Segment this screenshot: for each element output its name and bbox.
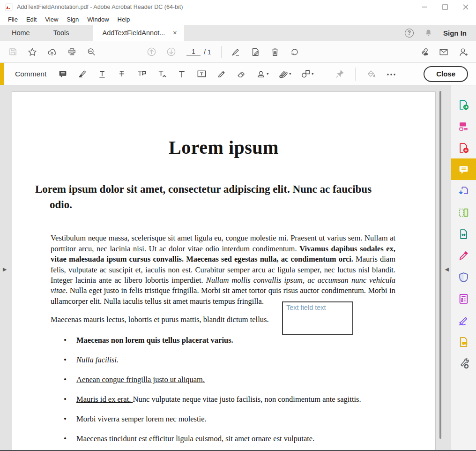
- help-icon[interactable]: [405, 29, 414, 38]
- share-link-button[interactable]: [414, 44, 434, 60]
- prepare-form-icon: [458, 293, 469, 305]
- sign-in-button[interactable]: Sign In: [443, 29, 467, 37]
- vertical-scrollbar[interactable]: [439, 91, 442, 439]
- erase-button[interactable]: [231, 65, 251, 83]
- ellipsis-icon: [386, 68, 397, 80]
- left-panel-toggle[interactable]: [1, 264, 8, 274]
- insert-text-button[interactable]: [152, 65, 172, 83]
- sidebar-prepare-form-button[interactable]: [451, 288, 476, 309]
- pin-button[interactable]: [330, 65, 350, 83]
- text-field-annotation[interactable]: Text field text: [282, 301, 353, 335]
- stamp-button[interactable]: [251, 65, 273, 83]
- right-panel-toggle[interactable]: [443, 264, 451, 274]
- page-total-label: / 1: [204, 48, 211, 56]
- maximize-button[interactable]: [435, 0, 455, 14]
- shield-icon: [458, 271, 469, 283]
- pencil-icon: [216, 69, 227, 79]
- sidebar-edit-pdf-button[interactable]: [451, 115, 476, 137]
- cloud-upload-icon: [47, 47, 57, 57]
- sidebar-compress-pdf-button[interactable]: [451, 223, 476, 245]
- underline-text-icon: [97, 69, 107, 79]
- list-item: Maecenas tincidunt est efficitur ligula …: [76, 434, 395, 444]
- fill-color-button[interactable]: [361, 65, 381, 83]
- fill-and-sign-button[interactable]: [245, 44, 265, 60]
- printer-icon: [67, 47, 77, 57]
- sidebar-request-signatures-button[interactable]: [451, 331, 476, 353]
- title-bar: AddTextFieldAnnotation.pdf - Adobe Acrob…: [0, 0, 476, 14]
- adobe-pdf-logo-icon: [5, 3, 13, 11]
- create-pdf-icon: [458, 142, 469, 154]
- menu-view[interactable]: View: [41, 15, 62, 24]
- wrench-add-icon: [458, 358, 469, 369]
- shapes-icon: [300, 68, 311, 79]
- strikethrough-text-button[interactable]: [112, 65, 132, 83]
- document-viewport: Lorem ipsum Lorem ipsum dolor sit amet, …: [0, 85, 451, 450]
- menu-edit[interactable]: Edit: [22, 15, 41, 24]
- sidebar-comment-button[interactable]: [451, 158, 476, 180]
- sidebar-export-pdf-button[interactable]: [451, 94, 476, 115]
- email-button[interactable]: [434, 44, 454, 60]
- share-button[interactable]: [42, 44, 62, 60]
- star-button[interactable]: [22, 44, 42, 60]
- sidebar-organize-pages-button[interactable]: [451, 202, 476, 223]
- highlight-button[interactable]: [73, 65, 92, 83]
- sidebar-combine-files-button[interactable]: [451, 180, 476, 202]
- close-window-button[interactable]: [455, 0, 476, 14]
- sidebar-more-tools-button[interactable]: [451, 353, 476, 374]
- shapes-button[interactable]: [296, 65, 318, 83]
- attach-button[interactable]: [273, 65, 296, 83]
- rotate-button[interactable]: [285, 44, 305, 60]
- more-options-button[interactable]: [381, 65, 402, 83]
- link-cloud-icon: [419, 47, 429, 57]
- tab-home[interactable]: Home: [0, 25, 42, 41]
- tab-close-icon[interactable]: [171, 30, 178, 36]
- menu-sign[interactable]: Sign: [62, 15, 83, 24]
- minimize-button[interactable]: [414, 0, 435, 14]
- document-heading: Lorem ipsum dolor sit amet, consectetur …: [12, 182, 435, 212]
- menu-file[interactable]: File: [4, 15, 22, 24]
- sidebar-fill-and-sign-button[interactable]: [451, 245, 476, 266]
- comment-toolbar-label: Comment: [15, 70, 46, 78]
- document-paragraph-1: Vestibulum neque massa, scelerisque sit …: [12, 233, 435, 307]
- shapes-dropdown-caret-icon: [312, 72, 313, 76]
- account-button[interactable]: [454, 44, 473, 60]
- tab-bar: Home Tools AddTextFieldAnnot... Sign In: [0, 25, 476, 41]
- previous-page-button[interactable]: [141, 44, 161, 60]
- sign-pen-button[interactable]: [226, 44, 245, 60]
- fill-sign-marker-icon: [458, 250, 469, 262]
- add-text-icon: [177, 69, 187, 79]
- next-page-button[interactable]: [161, 44, 181, 60]
- delete-pages-button[interactable]: [265, 44, 285, 60]
- document-tab-label: AddTextFieldAnnot...: [103, 29, 165, 37]
- page-pencil-icon: [250, 47, 260, 57]
- add-text-button[interactable]: [172, 65, 192, 83]
- sticky-note-button[interactable]: [53, 65, 73, 83]
- list-item: Maecenas non lorem quis tellus placerat …: [76, 335, 395, 346]
- sidebar-create-pdf-button[interactable]: [451, 137, 476, 158]
- arrow-down-circle-icon: [166, 46, 177, 57]
- scrollbar-thumb[interactable]: [439, 91, 441, 439]
- menu-help[interactable]: Help: [113, 15, 134, 24]
- underline-text-button[interactable]: [92, 65, 112, 83]
- document-title: Lorem ipsum: [12, 136, 435, 158]
- page-number-input[interactable]: [186, 48, 201, 56]
- text-box-button[interactable]: [192, 65, 212, 83]
- close-comment-button[interactable]: Close: [424, 66, 468, 82]
- tab-bar-right: Sign In: [405, 25, 476, 41]
- find-button[interactable]: [82, 44, 101, 60]
- tab-tools[interactable]: Tools: [42, 25, 81, 41]
- sidebar-protect-button[interactable]: [451, 266, 476, 288]
- sidebar-certificates-button[interactable]: [451, 309, 476, 331]
- eraser-icon: [236, 69, 246, 79]
- draw-button[interactable]: [212, 65, 231, 83]
- menu-window[interactable]: Window: [83, 15, 113, 24]
- arrow-up-circle-icon: [146, 46, 157, 57]
- trash-icon: [270, 47, 280, 57]
- main-toolbar: / 1: [0, 41, 476, 63]
- attach-dropdown-caret-icon: [289, 72, 291, 76]
- save-button[interactable]: [3, 44, 22, 60]
- tab-document[interactable]: AddTextFieldAnnot...: [93, 25, 185, 41]
- replace-text-button[interactable]: [132, 65, 152, 83]
- print-button[interactable]: [62, 44, 82, 60]
- notifications-bell-icon[interactable]: [424, 29, 433, 38]
